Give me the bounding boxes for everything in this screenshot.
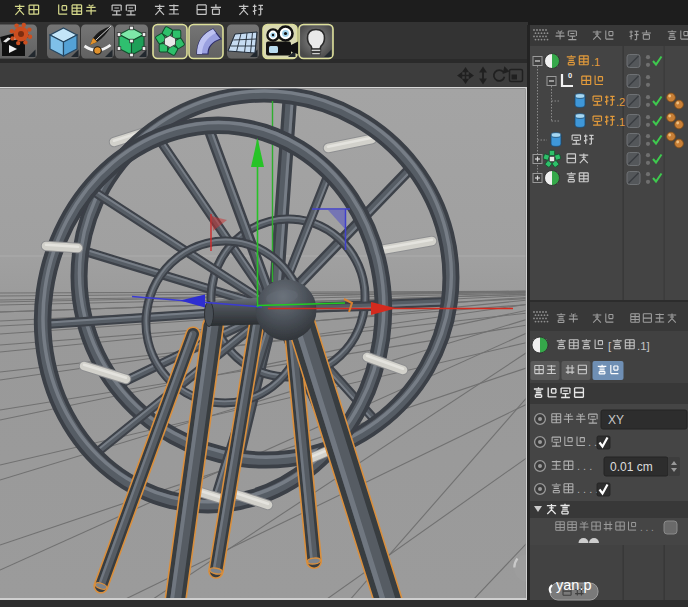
svg-text:.1: .1 bbox=[591, 56, 600, 68]
svg-text:0.01 cm: 0.01 cm bbox=[610, 460, 653, 474]
svg-text:. . . .: . . . . bbox=[577, 483, 598, 495]
svg-text:0: 0 bbox=[568, 71, 572, 80]
svg-text:.2: .2 bbox=[616, 96, 625, 108]
svg-text:XY: XY bbox=[608, 413, 624, 427]
svg-text:.1]: .1] bbox=[637, 340, 650, 352]
svg-text:. . .: . . . bbox=[577, 460, 592, 472]
svg-text:yan.p: yan.p bbox=[556, 577, 591, 593]
svg-text:. . .: . . . bbox=[640, 522, 654, 533]
svg-text:. .: . . bbox=[588, 436, 597, 448]
svg-text:.1: .1 bbox=[616, 116, 625, 128]
